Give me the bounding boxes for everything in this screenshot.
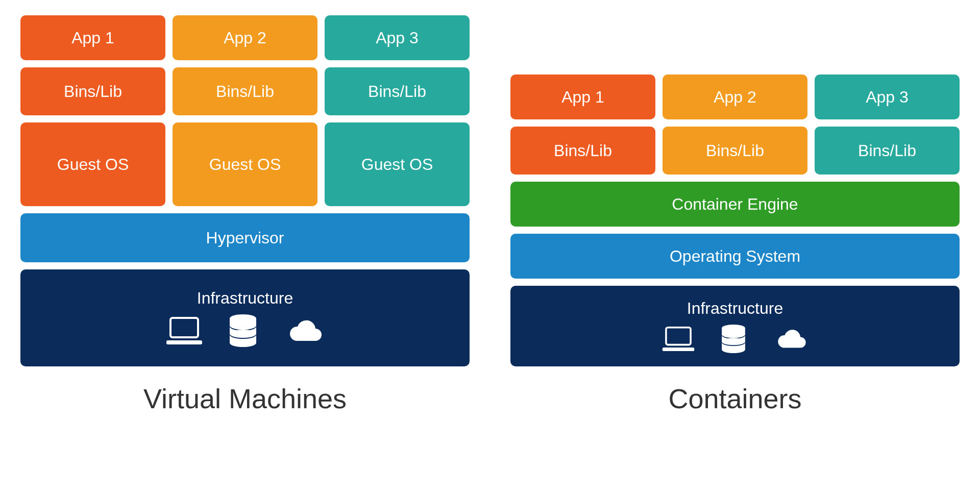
vm-libs-3: Bins/Lib (325, 67, 470, 115)
containers-stack: App 1 App 2 App 3 Bins/Lib Bins/Lib Bins… (510, 75, 960, 414)
vm-hypervisor: Hypervisor (20, 213, 470, 262)
ct-engine: Container Engine (510, 182, 960, 227)
vm-guestos-1: Guest OS (20, 122, 165, 206)
database-icon (229, 314, 257, 348)
svg-rect-9 (666, 327, 691, 344)
svg-rect-10 (663, 347, 694, 351)
ct-app-3: App 3 (815, 75, 960, 119)
ct-libs-2: Bins/Lib (663, 127, 807, 175)
svg-rect-1 (166, 340, 202, 344)
svg-point-4 (230, 339, 256, 347)
database-icon (721, 324, 746, 354)
vm-app-row: App 1 App 2 App 3 (20, 15, 470, 60)
vm-stack: App 1 App 2 App 3 Bins/Lib Bins/Lib Bins… (20, 15, 470, 414)
ct-libs-1: Bins/Lib (510, 127, 655, 175)
vm-libs-1: Bins/Lib (20, 67, 165, 115)
ct-app-1: App 1 (510, 75, 655, 119)
svg-point-15 (722, 331, 745, 338)
svg-rect-0 (170, 318, 198, 337)
vm-os-row: Guest OS Guest OS Guest OS (20, 122, 470, 206)
vm-app-1: App 1 (20, 15, 165, 60)
svg-point-13 (722, 346, 745, 353)
svg-point-8 (230, 330, 256, 338)
diagram-wrapper: App 1 App 2 App 3 Bins/Lib Bins/Lib Bins… (20, 15, 960, 414)
ct-os: Operating System (510, 234, 960, 279)
vm-infrastructure: Infrastructure (20, 269, 470, 366)
vm-infrastructure-label: Infrastructure (197, 289, 293, 308)
laptop-icon (165, 316, 203, 345)
vm-title: Virtual Machines (143, 383, 347, 414)
svg-point-6 (230, 321, 256, 330)
vm-infra-icons (165, 314, 325, 348)
cloud-icon (283, 317, 325, 344)
vm-libs-2: Bins/Lib (173, 67, 317, 115)
ct-app-2: App 2 (663, 75, 807, 119)
ct-infra-icons (662, 324, 808, 354)
ct-title: Containers (668, 383, 801, 414)
laptop-icon (662, 326, 695, 352)
vm-guestos-3: Guest OS (325, 122, 470, 206)
vm-libs-row: Bins/Lib Bins/Lib Bins/Lib (20, 67, 470, 115)
ct-infrastructure-label: Infrastructure (687, 299, 783, 318)
vm-guestos-2: Guest OS (173, 122, 317, 206)
vm-app-2: App 2 (173, 15, 317, 60)
ct-infrastructure: Infrastructure (510, 286, 960, 366)
ct-app-row: App 1 App 2 App 3 (510, 75, 960, 119)
cloud-icon (772, 327, 808, 351)
svg-point-17 (722, 338, 745, 345)
ct-libs-row: Bins/Lib Bins/Lib Bins/Lib (510, 127, 960, 175)
vm-app-3: App 3 (325, 15, 470, 60)
ct-libs-3: Bins/Lib (815, 127, 960, 175)
